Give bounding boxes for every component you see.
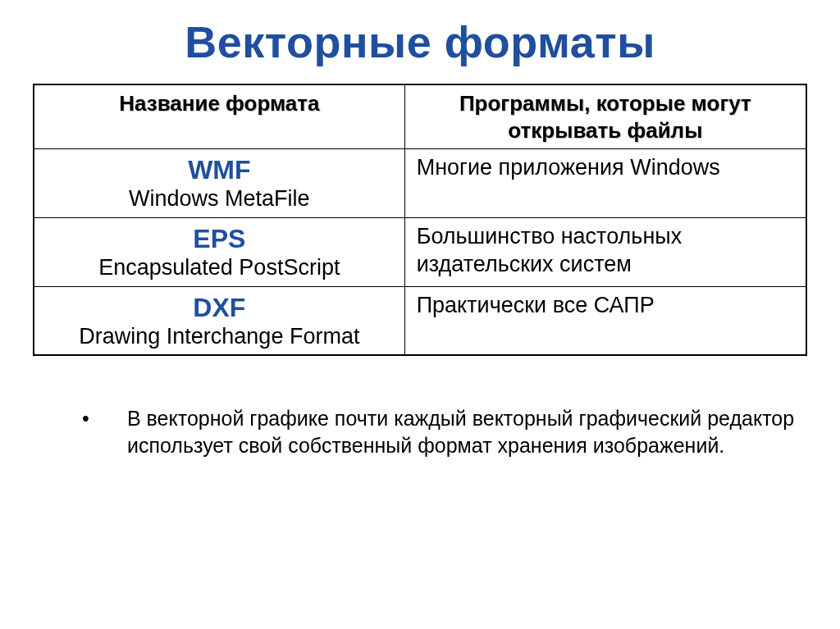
format-programs-cell: Многие приложения Windows [404, 149, 806, 218]
formats-table: Название формата Программы, которые могу… [33, 84, 807, 356]
note-block: • В векторной графике почти каждый векто… [33, 405, 807, 458]
format-long: Drawing Interchange Format [46, 323, 393, 349]
format-name-cell: DXF Drawing Interchange Format [34, 286, 404, 355]
note-text: В векторной графике почти каждый векторн… [127, 407, 794, 457]
bullet-icon: • [82, 405, 89, 432]
format-short: WMF [46, 154, 393, 185]
header-programs: Программы, которые могут открывать файлы [404, 84, 806, 149]
format-name-cell: WMF Windows MetaFile [34, 149, 404, 218]
table-header-row: Название формата Программы, которые могу… [34, 84, 806, 149]
table-row: WMF Windows MetaFile Многие приложения W… [34, 149, 806, 218]
format-long: Windows MetaFile [46, 185, 393, 212]
format-programs-cell: Большинство настольных издательских сист… [404, 217, 806, 286]
format-long: Encapsulated PostScript [46, 254, 393, 280]
page-title: Векторные форматы [33, 16, 807, 67]
format-name-cell: EPS Encapsulated PostScript [34, 217, 404, 286]
table-row: DXF Drawing Interchange Format Практичес… [34, 286, 806, 355]
format-short: DXF [46, 292, 393, 323]
format-short: EPS [46, 223, 393, 254]
header-format-name: Название формата [34, 84, 404, 149]
note-item: • В векторной графике почти каждый векто… [78, 405, 807, 458]
format-programs-cell: Практически все САПР [404, 286, 806, 355]
table-row: EPS Encapsulated PostScript Большинство … [34, 217, 806, 286]
